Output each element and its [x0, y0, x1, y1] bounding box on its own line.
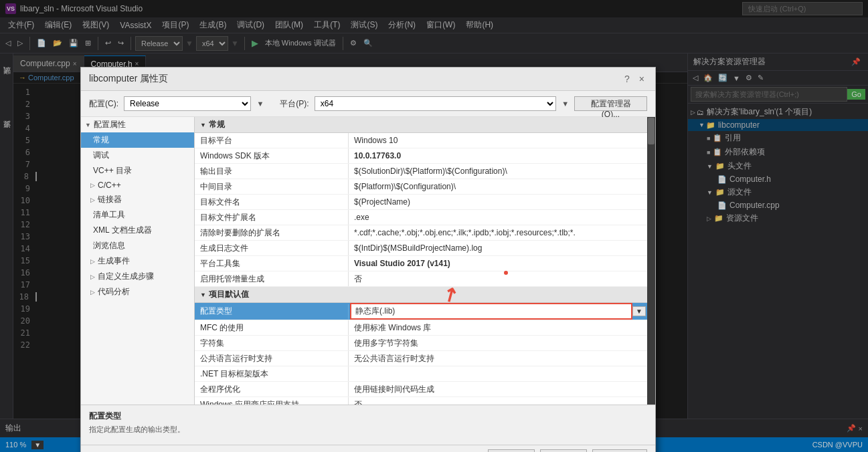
- dialog-buttons: 确定 取消 应用(A): [81, 445, 655, 452]
- scrollbar-thumb: [648, 118, 655, 144]
- config-manager-btn[interactable]: 配置管理器(O)...: [574, 96, 647, 111]
- red-dot-annotation: [504, 271, 508, 275]
- left-label-vc: VC++ 目录: [93, 165, 132, 177]
- left-arrow-cpp: ▷: [90, 182, 95, 189]
- dialog-close-btn[interactable]: ×: [636, 74, 647, 84]
- left-tree-config-props[interactable]: ▼ 配置属性: [81, 117, 194, 132]
- left-tree-general[interactable]: 常规: [81, 132, 194, 148]
- left-label-config: 配置属性: [94, 119, 126, 130]
- left-arrow-linker: ▷: [90, 197, 95, 203]
- prop-row-clean-ext: 清除时要删除的扩展名 *.cdf;*.cache;*.obj;*.obj.enc…: [195, 225, 647, 241]
- left-tree-debug[interactable]: 调试: [81, 148, 194, 163]
- left-arrow-config: ▼: [85, 122, 91, 128]
- left-arrow-events: ▷: [90, 258, 95, 265]
- prop-value-charset: 使用多字节字符集: [349, 336, 647, 350]
- prop-name-target-ext: 目标文件扩展名: [195, 210, 349, 225]
- group-label-general: 常规: [209, 119, 225, 130]
- prop-name-log-file: 生成日志文件: [195, 241, 349, 255]
- prop-group-defaults[interactable]: ▼ 项目默认值: [195, 287, 647, 303]
- prop-value-output-dir: $(SolutionDir)\$(Platform)\$(Configurati…: [349, 165, 647, 177]
- prop-row-target-platform: 目标平台 Windows 10: [195, 133, 647, 148]
- prop-row-config-type[interactable]: 配置类型 静态库(.lib) ▼: [195, 303, 647, 320]
- left-tree-code-analysis[interactable]: ▷ 代码分析: [81, 284, 194, 300]
- prop-name-store: Windows 应用商店应用支持: [195, 397, 349, 405]
- dialog-overlay: libcomputer 属性页 ? × 配置(C): Release Debug…: [0, 0, 868, 452]
- left-tree-linker[interactable]: ▷ 链接器: [81, 192, 194, 207]
- left-label-browse: 浏览信息: [93, 240, 125, 251]
- prop-name-mfc: MFC 的使用: [195, 320, 349, 335]
- dialog-apply-btn[interactable]: 应用(A): [592, 449, 647, 452]
- dialog-title: libcomputer 属性页: [89, 73, 168, 85]
- prop-row-target-name: 目标文件名 $(ProjectName): [195, 195, 647, 210]
- prop-group-general[interactable]: ▼ 常规: [195, 117, 647, 133]
- prop-row-log-file: 生成日志文件 $(IntDir)$(MSBuildProjectName).lo…: [195, 241, 647, 256]
- prop-name-toolset: 平台工具集: [195, 256, 349, 271]
- footer-desc-title: 配置类型: [89, 411, 647, 422]
- group-arrow-defaults: ▼: [200, 292, 206, 298]
- prop-name-config-type: 配置类型: [195, 304, 349, 319]
- dialog-body: ▼ 配置属性 常规 调试 VC++ 目录 ▷ C/C++ ▷: [81, 117, 655, 405]
- platform-label: 平台(P):: [280, 98, 309, 110]
- prop-name-charset: 字符集: [195, 336, 349, 350]
- config-type-dropdown-btn[interactable]: ▼: [632, 306, 646, 316]
- prop-name-incremental: 启用托管增量生成: [195, 271, 349, 286]
- prop-row-wpo: 全程序优化 使用链接时间代码生成: [195, 382, 647, 397]
- prop-row-toolset: 平台工具集 Visual Studio 2017 (v141): [195, 256, 647, 271]
- prop-row-output-dir: 输出目录 $(SolutionDir)\$(Platform)\$(Config…: [195, 164, 647, 179]
- config-select[interactable]: Release Debug 所有配置: [124, 96, 251, 111]
- prop-name-sdk: Windows SDK 版本: [195, 148, 349, 163]
- left-tree-build-events[interactable]: ▷ 生成事件: [81, 253, 194, 269]
- prop-name-target-name: 目标文件名: [195, 195, 349, 209]
- dialog-title-bar: libcomputer 属性页 ? ×: [81, 68, 655, 91]
- prop-value-mfc: 使用标准 Windows 库: [349, 321, 647, 335]
- left-arrow-custom: ▷: [90, 273, 95, 280]
- left-label-linker: 链接器: [98, 194, 122, 205]
- prop-name-target-platform: 目标平台: [195, 133, 349, 148]
- prop-name-dotnet: .NET 目标框架版本: [195, 366, 349, 381]
- prop-name-output-dir: 输出目录: [195, 164, 349, 179]
- prop-row-dotnet: .NET 目标框架版本: [195, 366, 647, 382]
- platform-select[interactable]: x64 x86: [315, 96, 556, 111]
- prop-value-dotnet: [349, 372, 647, 375]
- dialog-ok-btn[interactable]: 确定: [488, 449, 535, 452]
- dialog-footer-desc: 配置类型 指定此配置生成的输出类型。: [81, 405, 655, 445]
- left-label-cpp: C/C++: [98, 181, 121, 190]
- prop-value-int-dir: $(Platform)\$(Configuration)\: [349, 181, 647, 193]
- platform-arrow: ▼: [561, 100, 569, 108]
- prop-value-log-file: $(IntDir)$(MSBuildProjectName).log: [349, 242, 647, 254]
- prop-row-target-ext: 目标文件扩展名 .exe: [195, 210, 647, 225]
- prop-name-int-dir: 中间目录: [195, 179, 349, 194]
- prop-value-target-name: $(ProjectName): [349, 196, 647, 208]
- prop-row-charset: 字符集 使用多字节字符集: [195, 336, 647, 351]
- config-type-value-box[interactable]: 静态库(.lib): [350, 303, 632, 320]
- dialog-help-btn[interactable]: ?: [622, 74, 632, 84]
- left-label-xml: XML 文档生成器: [93, 225, 152, 236]
- dialog-right-props: ▼ 常规 目标平台 Windows 10 Windows SDK 版本 10.0…: [195, 117, 647, 405]
- dialog-cancel-btn[interactable]: 取消: [540, 449, 587, 452]
- left-tree-cpp[interactable]: ▷ C/C++: [81, 179, 194, 192]
- dialog-scrollbar[interactable]: [647, 117, 655, 405]
- left-tree-xml[interactable]: XML 文档生成器: [81, 223, 194, 238]
- dialog-title-controls: ? ×: [622, 74, 647, 84]
- left-tree-custom-build[interactable]: ▷ 自定义生成步骤: [81, 269, 194, 284]
- group-arrow-general: ▼: [200, 122, 206, 128]
- left-label-debug: 调试: [93, 150, 109, 161]
- prop-value-config-type-container: 静态库(.lib) ▼: [349, 303, 647, 320]
- prop-value-clr: 无公共语言运行时支持: [349, 352, 647, 366]
- config-type-value-text: 静态库(.lib): [355, 306, 395, 316]
- prop-row-clr: 公共语言运行时支持 无公共语言运行时支持: [195, 351, 647, 366]
- left-label-manifest: 清单工具: [93, 209, 125, 221]
- left-label-events: 生成事件: [98, 255, 130, 267]
- dialog-left-tree: ▼ 配置属性 常规 调试 VC++ 目录 ▷ C/C++ ▷: [81, 117, 195, 405]
- prop-row-store: Windows 应用商店应用支持 否: [195, 397, 647, 405]
- prop-value-clean-ext: *.cdf;*.cache;*.obj;*.obj.enc;*.ilk;*.ip…: [349, 227, 647, 239]
- left-tree-browse[interactable]: 浏览信息: [81, 238, 194, 253]
- left-arrow-code-analysis: ▷: [90, 289, 95, 296]
- left-tree-manifest[interactable]: 清单工具: [81, 207, 194, 223]
- left-tree-vc[interactable]: VC++ 目录: [81, 163, 194, 179]
- footer-desc-text: 指定此配置生成的输出类型。: [89, 425, 647, 435]
- left-label-general: 常规: [93, 134, 109, 146]
- prop-value-store: 否: [349, 398, 647, 405]
- group-label-defaults: 项目默认值: [209, 289, 249, 300]
- left-label-custom: 自定义生成步骤: [98, 271, 154, 282]
